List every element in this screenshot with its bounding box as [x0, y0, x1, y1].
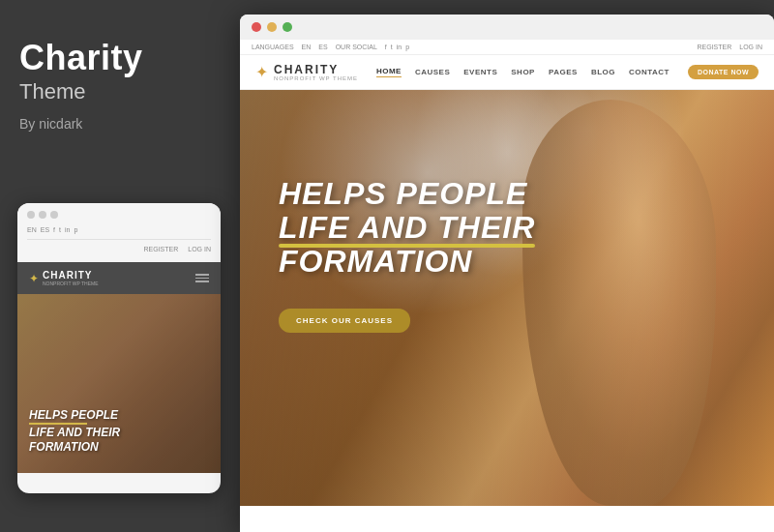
- mobile-mockup: EN ES f t in p REGISTER LOG IN ✦ CHARITY…: [17, 203, 221, 493]
- mobile-logo-name: CHARITY: [43, 270, 99, 281]
- mobile-logo-wrap: CHARITY NONPROFIT WP THEME: [43, 270, 99, 286]
- desktop-hero: HELPS PEOPLE LIFE AND THEIR FORMATION CH…: [240, 90, 774, 506]
- desktop-nav: ✦ CHARITY NONPROFIT WP THEME HOME CAUSES…: [240, 55, 774, 90]
- desktop-logo-sub: NONPROFIT WP THEME: [274, 75, 358, 81]
- mobile-hero-underline: [29, 423, 87, 425]
- hero-line3: FORMATION: [279, 245, 535, 279]
- desktop-logo-icon: ✦: [255, 63, 268, 81]
- chrome-dot-yellow[interactable]: [267, 22, 277, 32]
- mobile-hero-line3: FORMATION: [29, 440, 209, 454]
- desktop-languages[interactable]: LANGUAGES: [252, 44, 294, 50]
- mobile-social-f: f: [53, 226, 55, 233]
- mobile-dot-2: [39, 211, 46, 219]
- mobile-hero-line2: LIFE AND THEIR: [29, 426, 209, 439]
- desktop-register[interactable]: REGISTER: [697, 44, 731, 50]
- mobile-logo-area: ✦ CHARITY NONPROFIT WP THEME: [29, 270, 99, 286]
- nav-item-pages[interactable]: PAGES: [549, 68, 578, 76]
- hero-line2-wrap: LIFE AND THEIR: [279, 211, 535, 245]
- mobile-logo-icon: ✦: [29, 272, 39, 285]
- nav-item-events[interactable]: EVENTS: [463, 68, 497, 76]
- desktop-nav-menu: HOME CAUSES EVENTS SHOP PAGES BLOG CONTA…: [376, 67, 670, 77]
- mobile-social-in: in: [65, 226, 70, 233]
- hero-line2: LIFE AND THEIR: [279, 210, 535, 245]
- desktop-top-left: LANGUAGES EN ES OUR SOCIAL f t in p: [252, 44, 409, 50]
- mobile-dot-3: [50, 211, 58, 219]
- mobile-lang-es: ES: [41, 226, 49, 233]
- mobile-register: REGISTER: [143, 246, 178, 252]
- nav-item-contact[interactable]: CONTACT: [629, 68, 670, 76]
- mobile-social-p: p: [74, 226, 77, 233]
- desktop-social-icons: f t in p: [385, 44, 409, 50]
- mobile-hamburger-icon[interactable]: [195, 274, 209, 282]
- mobile-hero: HELPS PEOPLE LIFE AND THEIR FORMATION: [17, 294, 221, 473]
- desktop-logo-text-wrap: CHARITY NONPROFIT WP THEME: [274, 64, 358, 81]
- hero-line1: HELPS PEOPLE: [279, 177, 535, 211]
- desktop-lang-es[interactable]: ES: [318, 44, 327, 50]
- hero-yellow-underline: [279, 244, 535, 248]
- mobile-hero-line1: HELPS PEOPLE: [29, 408, 209, 422]
- nav-item-shop[interactable]: SHOP: [511, 68, 535, 76]
- desktop-login[interactable]: LOG IN: [739, 44, 762, 50]
- desktop-hero-content: HELPS PEOPLE LIFE AND THEIR FORMATION CH…: [279, 177, 535, 333]
- nav-item-home[interactable]: HOME: [376, 67, 402, 77]
- nav-item-blog[interactable]: BLOG: [591, 68, 615, 76]
- desktop-top-right: REGISTER LOG IN: [697, 44, 762, 50]
- mobile-logo-sub: NONPROFIT WP THEME: [43, 281, 99, 286]
- mobile-dots: [27, 211, 211, 219]
- mobile-register-bar: REGISTER LOG IN: [27, 244, 211, 256]
- mobile-top-bar: EN ES f t in p REGISTER LOG IN: [17, 203, 221, 262]
- mobile-hero-text: HELPS PEOPLE LIFE AND THEIR FORMATION: [29, 408, 209, 454]
- social-facebook-icon[interactable]: f: [385, 44, 387, 50]
- desktop-hero-title: HELPS PEOPLE LIFE AND THEIR FORMATION: [279, 177, 535, 280]
- mobile-social-t: t: [59, 226, 61, 233]
- desktop-top-bar: LANGUAGES EN ES OUR SOCIAL f t in p REGI…: [240, 40, 774, 55]
- donate-now-button[interactable]: DONATE NOW: [688, 65, 759, 79]
- check-causes-button[interactable]: CHECK OUR CAUSES: [279, 309, 410, 333]
- desktop-our-social: OUR SOCIAL: [336, 44, 377, 50]
- theme-title: Charity: [19, 39, 221, 77]
- desktop-mockup: LANGUAGES EN ES OUR SOCIAL f t in p REGI…: [240, 15, 774, 532]
- mobile-social-bar: EN ES f t in p: [27, 226, 211, 240]
- mobile-dot-1: [27, 211, 35, 219]
- mobile-lang-en: EN: [27, 226, 37, 233]
- mobile-nav-bar: ✦ CHARITY NONPROFIT WP THEME: [17, 262, 221, 294]
- desktop-logo-name: CHARITY: [274, 64, 358, 75]
- social-twitter-icon[interactable]: t: [391, 44, 393, 50]
- mobile-login: LOG IN: [188, 246, 211, 252]
- desktop-chrome-bar: [240, 15, 774, 40]
- social-pinterest-icon[interactable]: p: [405, 44, 409, 50]
- desktop-lang-en[interactable]: EN: [302, 44, 312, 50]
- theme-author: By nicdark: [19, 116, 221, 132]
- mobile-lang: EN ES f t in p: [27, 226, 77, 233]
- chrome-dot-red[interactable]: [252, 22, 261, 32]
- nav-item-causes[interactable]: CAUSES: [415, 68, 450, 76]
- chrome-dot-green[interactable]: [283, 22, 292, 32]
- left-panel: Charity Theme By nicdark EN ES f t in p: [0, 0, 240, 532]
- theme-subtitle: Theme: [19, 79, 221, 104]
- desktop-logo[interactable]: ✦ CHARITY NONPROFIT WP THEME: [255, 63, 358, 81]
- social-linkedin-icon[interactable]: in: [397, 44, 402, 50]
